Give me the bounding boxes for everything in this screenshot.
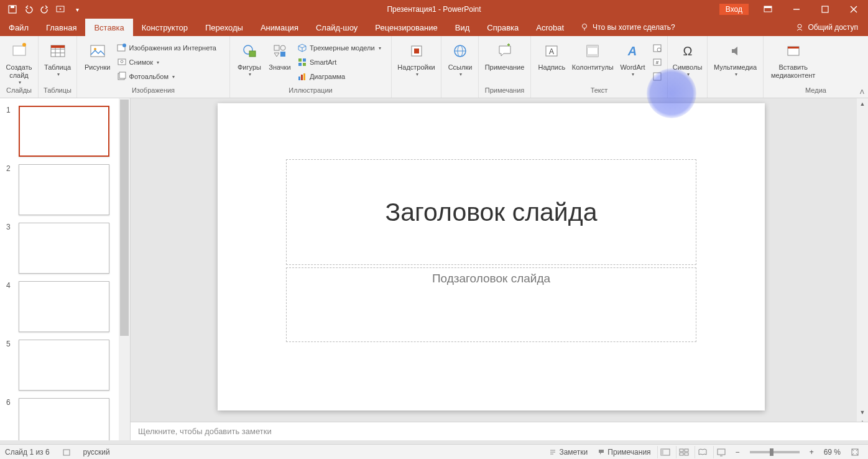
textbox-button[interactable]: A Надпись xyxy=(535,39,569,73)
thumbnail-1[interactable]: 1 xyxy=(0,102,130,160)
tab-animations[interactable]: Анимация xyxy=(252,19,307,36)
tab-review[interactable]: Рецензирование xyxy=(366,19,446,36)
table-button[interactable]: Таблица ▾ xyxy=(42,39,73,78)
smartart-button[interactable]: SmartArt xyxy=(295,55,384,69)
scroll-up-icon[interactable]: ▲ xyxy=(857,98,868,109)
shapes-button[interactable]: Фигуры ▾ xyxy=(234,39,265,78)
screenshot-icon xyxy=(117,57,127,67)
new-slide-button[interactable]: Создать слайд ▾ xyxy=(4,39,34,86)
tab-view[interactable]: Вид xyxy=(446,19,479,36)
thumbnail-3[interactable]: 3 xyxy=(0,219,130,277)
comments-toggle[interactable]: Примечания xyxy=(594,447,654,458)
undo-icon[interactable] xyxy=(21,2,36,17)
slideshow-view-button[interactable] xyxy=(713,446,729,458)
tab-design[interactable]: Конструктор xyxy=(133,19,196,36)
links-button[interactable]: Ссылки ▾ xyxy=(445,39,475,78)
thumbnail-6[interactable]: 6 xyxy=(0,394,130,440)
icons-icon xyxy=(270,41,290,61)
save-icon[interactable] xyxy=(5,2,20,17)
header-footer-icon xyxy=(583,41,603,61)
notes-icon xyxy=(549,448,556,456)
header-footer-button[interactable]: Колонтитулы xyxy=(569,39,617,73)
object-button[interactable] xyxy=(651,70,663,83)
group-label-text: Текст xyxy=(531,86,667,98)
maximize-icon[interactable] xyxy=(811,0,839,19)
tab-slideshow[interactable]: Слайд-шоу xyxy=(307,19,366,36)
omega-icon: Ω xyxy=(678,41,698,61)
screenshot-button[interactable]: Снимок▾ xyxy=(114,55,219,69)
svg-rect-30 xyxy=(274,45,279,50)
group-slides: Создать слайд ▾ Слайды xyxy=(0,36,39,98)
thumbnail-4[interactable]: 4 xyxy=(0,277,130,336)
scroll-down-icon[interactable]: ▼ xyxy=(857,407,868,418)
svg-point-11 xyxy=(798,24,801,28)
wordart-icon: A xyxy=(622,41,642,61)
minimize-icon[interactable] xyxy=(782,0,811,19)
icons-button[interactable]: Значки xyxy=(265,39,295,73)
addins-button[interactable]: Надстройки ▾ xyxy=(395,39,437,78)
pictures-button[interactable]: Рисунки xyxy=(81,39,114,73)
date-time-button[interactable] xyxy=(651,41,663,55)
notes-pane[interactable]: Щелкните, чтобы добавить заметки xyxy=(131,422,868,440)
share-button[interactable]: Общий доступ xyxy=(785,19,868,36)
group-illustrations: Фигуры ▾ Значки Трехмерные модели▾ Smart… xyxy=(230,36,392,98)
tell-me-search[interactable]: Что вы хотите сделать? xyxy=(573,19,683,36)
tab-transitions[interactable]: Переходы xyxy=(196,19,252,36)
zoom-level[interactable]: 69 % xyxy=(824,448,841,457)
redo-icon[interactable] xyxy=(37,2,52,17)
fit-to-window-button[interactable] xyxy=(847,447,863,458)
comment-button[interactable]: Примечание xyxy=(482,39,527,73)
normal-view-button[interactable] xyxy=(657,446,673,458)
slide-canvas[interactable]: Заголовок слайда Подзаголовок слайда xyxy=(218,103,765,410)
reading-view-button[interactable] xyxy=(695,446,711,458)
qat-customize-icon[interactable]: ▾ xyxy=(70,2,85,17)
tab-home[interactable]: Главная xyxy=(37,19,85,36)
tab-help[interactable]: Справка xyxy=(478,19,527,36)
group-label-comments: Примечания xyxy=(479,86,530,98)
3d-models-button[interactable]: Трехмерные модели▾ xyxy=(295,41,384,55)
thumbnail-image xyxy=(19,281,109,332)
subtitle-placeholder[interactable]: Подзаголовок слайда xyxy=(286,267,696,342)
thumbnail-2[interactable]: 2 xyxy=(0,160,130,219)
zoom-out-button[interactable]: − xyxy=(732,447,744,458)
group-media: Мультимедиа ▾ xyxy=(708,36,764,98)
slide-scrollbar-vertical[interactable]: ▲ ▼ ≜ ≚ xyxy=(857,98,868,440)
tab-insert[interactable]: Вставка xyxy=(85,19,132,36)
media-button[interactable]: Мультимедиа ▾ xyxy=(711,39,759,78)
svg-rect-58 xyxy=(788,47,799,49)
language-indicator[interactable]: русский xyxy=(83,448,110,457)
online-pictures-button[interactable]: Изображения из Интернета xyxy=(114,41,219,55)
close-icon[interactable] xyxy=(839,0,868,19)
slideshow-from-start-icon[interactable] xyxy=(53,2,68,17)
chart-button[interactable]: Диаграмма xyxy=(295,70,384,83)
tab-acrobat[interactable]: Acrobat xyxy=(527,19,573,36)
embed-button[interactable]: Вставить медиаконтент xyxy=(767,39,819,81)
date-time-icon xyxy=(652,43,662,53)
thumbnail-5[interactable]: 5 xyxy=(0,336,130,394)
photo-album-button[interactable]: Фотоальбом▾ xyxy=(114,70,219,83)
ribbon-display-icon[interactable] xyxy=(754,0,782,19)
sign-in-button[interactable]: Вход xyxy=(719,4,749,15)
tab-file[interactable]: Файл xyxy=(0,19,37,36)
thumbnail-image xyxy=(19,106,109,157)
wordart-button[interactable]: A WordArt ▾ xyxy=(617,39,649,78)
collapse-ribbon-icon[interactable]: ᐱ xyxy=(860,88,864,95)
zoom-slider[interactable] xyxy=(750,451,800,453)
dropdown-arrow-icon: ▾ xyxy=(57,72,60,77)
zoom-in-button[interactable]: + xyxy=(806,447,818,458)
speaker-icon xyxy=(726,41,746,61)
link-icon xyxy=(450,41,470,61)
svg-rect-59 xyxy=(63,450,70,455)
tell-me-label: Что вы хотите сделать? xyxy=(593,23,675,32)
symbols-button[interactable]: Ω Символы ▾ xyxy=(672,39,703,78)
svg-rect-24 xyxy=(118,59,126,65)
quick-access-toolbar: ▾ xyxy=(0,2,85,17)
lightbulb-icon xyxy=(580,23,589,32)
svg-rect-19 xyxy=(51,45,65,48)
slide-number-button[interactable]: # xyxy=(651,55,663,69)
spelling-button[interactable] xyxy=(58,447,75,458)
notes-toggle[interactable]: Заметки xyxy=(545,447,591,458)
sorter-view-button[interactable] xyxy=(676,446,692,458)
title-placeholder[interactable]: Заголовок слайда xyxy=(286,159,696,265)
thumbnail-scrollbar[interactable] xyxy=(119,98,130,440)
